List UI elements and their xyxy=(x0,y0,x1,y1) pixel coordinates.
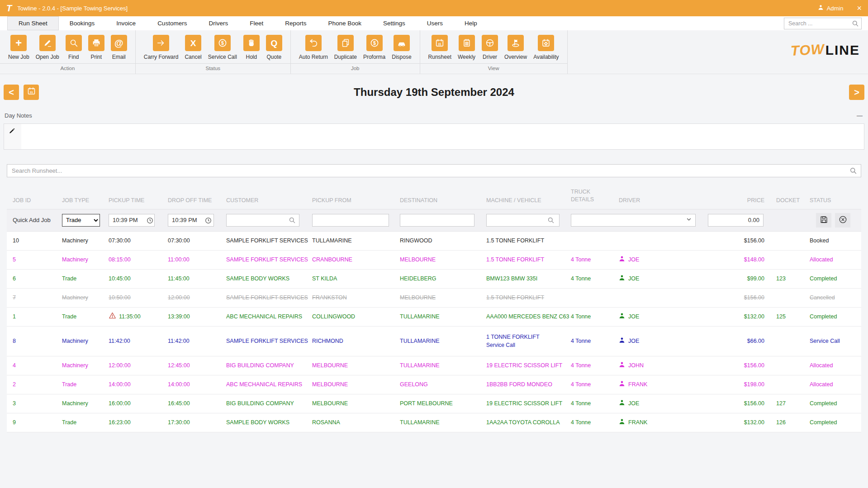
job-row-10[interactable]: 10Machinery07:30:0007:30:00SAMPLE FORKLI… xyxy=(7,232,861,251)
cell-job_type: Machinery xyxy=(62,337,109,345)
tab-invoice[interactable]: Invoice xyxy=(105,16,147,30)
quote-button[interactable]: QQuote xyxy=(263,35,285,60)
print-button[interactable]: Print xyxy=(85,35,107,60)
driver-button[interactable]: Driver xyxy=(479,35,501,60)
column-header-customer: CUSTOMER xyxy=(226,197,312,204)
cell-job_type: Trade xyxy=(62,313,109,321)
search-icon[interactable] xyxy=(849,167,857,176)
runsheet-search xyxy=(7,164,861,177)
ribbon-toolbar: +New JobOpen JobFindPrint@EmailActionCar… xyxy=(0,30,868,74)
find-button[interactable]: Find xyxy=(63,35,85,60)
quick-add-destination-input[interactable] xyxy=(400,214,474,227)
hold-icon xyxy=(243,35,260,51)
day-notes-box[interactable] xyxy=(4,123,864,150)
job-row-6[interactable]: 6Trade10:45:0011:45:00SAMPLE BODY WORKSS… xyxy=(7,270,861,289)
job-row-2[interactable]: 2Trade14:00:0014:00:00ABC MECHANICAL REP… xyxy=(7,375,861,394)
open-job-button[interactable]: Open Job xyxy=(33,35,62,60)
tab-bookings[interactable]: Bookings xyxy=(59,16,106,30)
job-row-4[interactable]: 4Machinery12:00:0012:45:00BIG BUILDING C… xyxy=(7,356,861,375)
machine-name: 1.5 TONNE FORKLIFT xyxy=(486,237,571,245)
tab-customers[interactable]: Customers xyxy=(147,16,198,30)
window-title: Towline - 2.0.4 - [Sample Towing Service… xyxy=(17,5,128,12)
cell-destination: MELBOURNE xyxy=(400,294,486,302)
email-button[interactable]: @Email xyxy=(108,35,130,60)
day-notes-text[interactable] xyxy=(21,124,864,149)
quick-add-driver-select[interactable] xyxy=(571,214,696,227)
dispose-button[interactable]: Dispose xyxy=(389,35,414,60)
cell-job_type: Machinery xyxy=(62,294,109,302)
cancel-button[interactable]: XCancel xyxy=(182,35,204,60)
collapse-day-notes-button[interactable]: — xyxy=(857,112,863,119)
previous-day-button[interactable]: < xyxy=(4,85,19,100)
proforma-button[interactable]: $Proforma xyxy=(360,35,388,60)
machine-name: BMW123 BMW 335I xyxy=(486,275,571,283)
cell-dropoff_time: 12:00:00 xyxy=(168,294,226,302)
weekly-icon xyxy=(459,35,475,51)
user-menu[interactable]: Admin xyxy=(818,5,844,12)
toolbar-group-job: Auto ReturnDuplicate$ProformaDisposeJob xyxy=(291,30,420,74)
hold-button[interactable]: Hold xyxy=(241,35,262,60)
search-icon[interactable] xyxy=(852,20,859,29)
quick-add-pickup-from-input[interactable] xyxy=(312,214,389,227)
search-icon[interactable] xyxy=(547,217,555,225)
new-job-button[interactable]: +New Job xyxy=(5,35,32,60)
driver-name: JOE xyxy=(628,275,639,283)
cell-truck: 4 Tonne xyxy=(571,361,619,370)
machine-note: Service Call xyxy=(486,341,571,349)
column-header-driver: DRIVER xyxy=(619,197,708,204)
tab-fleet[interactable]: Fleet xyxy=(239,16,274,30)
tab-reports[interactable]: Reports xyxy=(274,16,317,30)
global-search-input[interactable] xyxy=(784,18,862,29)
toolbar-group-action: +New JobOpen JobFindPrint@EmailAction xyxy=(0,30,136,74)
tab-phone-book[interactable]: Phone Book xyxy=(317,16,372,30)
cell-dropoff_time: 07:30:00 xyxy=(168,237,226,245)
next-day-button[interactable]: > xyxy=(849,85,864,100)
app-logo-icon: T xyxy=(6,3,12,14)
duplicate-button[interactable]: Duplicate xyxy=(332,35,360,60)
search-icon[interactable] xyxy=(289,217,296,225)
global-search xyxy=(784,18,862,29)
driver-name: JOHN xyxy=(628,361,644,370)
availability-button[interactable]: Availability xyxy=(531,35,561,60)
service-call-button[interactable]: $Service Call xyxy=(205,35,240,60)
calendar-button[interactable]: 31 xyxy=(24,85,39,100)
tab-help[interactable]: Help xyxy=(454,16,488,30)
cell-machine: 1.5 TONNE FORKLIFT xyxy=(486,237,571,245)
driver-name: FRANK xyxy=(628,418,647,426)
job-row-3[interactable]: 3Machinery16:00:0016:45:00BIG BUILDING C… xyxy=(7,394,861,413)
carry-forward-button[interactable]: Carry Forward xyxy=(141,35,181,60)
cell-driver: JOE xyxy=(619,337,708,346)
job-row-5[interactable]: 5Machinery08:15:0011:00:00SAMPLE FORKLIF… xyxy=(7,251,861,270)
cell-job_id: 3 xyxy=(7,399,62,407)
job-row-9[interactable]: 9Trade16:23:0017:30:00SAMPLE BODY WORKSR… xyxy=(7,413,861,432)
auto-return-button[interactable]: Auto Return xyxy=(296,35,331,60)
tab-run-sheet[interactable]: Run Sheet xyxy=(7,16,59,30)
cell-driver: JOE xyxy=(619,399,708,408)
tab-drivers[interactable]: Drivers xyxy=(198,16,239,30)
weekly-button[interactable]: Weekly xyxy=(455,35,478,60)
job-row-7[interactable]: 7Machinery10:50:0012:00:00SAMPLE FORKLIF… xyxy=(7,289,861,308)
runsheet-search-input[interactable] xyxy=(7,164,861,177)
overview-button[interactable]: Overview xyxy=(502,35,530,60)
tab-settings[interactable]: Settings xyxy=(372,16,416,30)
job-row-1[interactable]: 1Trade11:35:0013:39:00ABC MECHANICAL REP… xyxy=(7,308,861,327)
runsheet-button[interactable]: 31Runsheet xyxy=(426,35,454,60)
quick-add-job-type-select[interactable]: Trade xyxy=(62,214,100,227)
column-header-job_id: JOB ID xyxy=(7,197,62,204)
quick-add-cancel-button[interactable] xyxy=(835,213,850,227)
tab-users[interactable]: Users xyxy=(416,16,454,30)
cell-customer: SAMPLE FORKLIFT SERVICES xyxy=(226,294,312,302)
svg-text:31: 31 xyxy=(30,90,33,94)
cell-dropoff_time: 11:42:00 xyxy=(168,337,226,345)
cell-truck: 4 Tonne xyxy=(571,313,619,321)
quick-add-save-button[interactable] xyxy=(816,213,831,227)
machine-name: AAA000 MERCEDES BENZ C63 xyxy=(486,313,571,321)
column-header-pickup_time: PICKUP TIME xyxy=(109,197,168,204)
quick-add-price-input[interactable] xyxy=(708,214,764,227)
job-row-8[interactable]: 8Machinery11:42:0011:42:00SAMPLE FORKLIF… xyxy=(7,327,861,356)
cell-destination: MELBOURNE xyxy=(400,256,486,264)
driver-icon xyxy=(619,275,625,283)
cell-dropoff_time: 12:45:00 xyxy=(168,361,226,370)
cell-customer: ABC MECHANICAL REPAIRS xyxy=(226,313,312,321)
close-icon[interactable]: × xyxy=(857,4,862,12)
